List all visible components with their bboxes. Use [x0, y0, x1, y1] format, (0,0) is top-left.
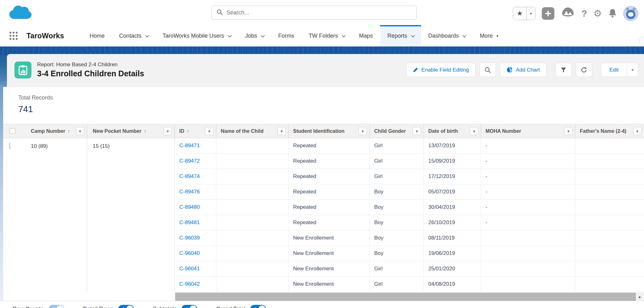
notification-bell-icon[interactable]: [608, 8, 617, 19]
column-menu-icon[interactable]: ▾: [205, 127, 214, 135]
total-records-value: 741: [18, 104, 644, 114]
table-row: C-89471 Repeated Girl 13/07/2019 -: [175, 138, 644, 154]
header-date-of-birth[interactable]: Date of birth ▾: [424, 124, 481, 138]
column-menu-icon[interactable]: ▾: [564, 127, 573, 135]
tab-jobs[interactable]: Jobs: [238, 25, 271, 46]
sort-asc-icon: ↑: [144, 128, 147, 134]
report-header: Report: Home Based 2-4 Children 3-4 Enro…: [7, 54, 644, 87]
header-camp-number[interactable]: Camp Number↑ ▾: [19, 124, 87, 138]
global-search-input[interactable]: Search...: [211, 6, 417, 20]
header-moha-number[interactable]: MOHA Number ▾: [481, 124, 575, 138]
scrollbar-thumb[interactable]: [175, 293, 636, 301]
column-menu-icon[interactable]: ▾: [277, 127, 286, 135]
record-id-link[interactable]: C-96042: [175, 277, 216, 292]
refresh-icon: [581, 67, 587, 73]
report-search-button[interactable]: [480, 63, 496, 77]
record-id-link[interactable]: C-96040: [175, 246, 216, 261]
report-breadcrumb: Report: Home Based 2-4 Children: [37, 62, 144, 68]
trailhead-icon[interactable]: [561, 7, 575, 20]
header-child-gender[interactable]: Child Gender ▾: [370, 124, 424, 138]
search-icon: [485, 67, 491, 73]
favorite-star-icon[interactable]: ★: [513, 7, 526, 20]
page-left-accent-strip: [0, 87, 3, 308]
filter-button[interactable]: [555, 63, 572, 77]
column-menu-icon[interactable]: ▾: [470, 127, 478, 135]
refresh-button[interactable]: [576, 63, 592, 77]
record-id-link[interactable]: C-89472: [175, 154, 216, 169]
tab-dashboards[interactable]: Dashboards: [421, 25, 473, 46]
tab-home[interactable]: Home: [82, 25, 112, 46]
pie-chart-icon: [507, 67, 513, 73]
tab-forms[interactable]: Forms: [271, 25, 302, 46]
nav-tabs: Home Contacts TaroWorks Mobile Users Job…: [82, 25, 506, 46]
record-id-link[interactable]: C-89481: [175, 215, 216, 230]
grand-total-toggle-item: Grand Total ✓: [216, 305, 266, 308]
detail-rows-toggle[interactable]: ✓: [118, 305, 134, 308]
total-records-label: Total Records: [18, 95, 644, 101]
table-row: C-89476 Repeated Boy 05/07/2019 -: [175, 184, 644, 200]
group-camp-number-cell: 10 (89): [19, 138, 87, 292]
funnel-icon: [561, 67, 566, 73]
page-title: 3-4 Enrolled Children Details: [37, 69, 144, 78]
select-all-checkbox[interactable]: [9, 128, 15, 134]
horizontal-scrollbar[interactable]: ▸: [175, 293, 644, 301]
record-id-link[interactable]: C-89474: [175, 169, 216, 184]
tab-reports[interactable]: Reports: [380, 25, 421, 46]
column-menu-icon[interactable]: ▾: [358, 127, 367, 135]
chevron-down-icon: [261, 33, 265, 37]
row-checkbox[interactable]: [9, 143, 10, 149]
group-pocket-number-cell: 15 (15): [87, 138, 175, 292]
table-body: 10 (89) 15 (15) C-89471 Repeated Girl 13…: [3, 138, 644, 292]
column-menu-icon[interactable]: ▾: [633, 127, 641, 135]
report-footer-bar: Row Counts ✓ Detail Rows ✓ Subtotals ✓ G…: [0, 301, 644, 308]
app-name[interactable]: TaroWorks: [26, 32, 64, 40]
help-icon[interactable]: ?: [581, 8, 587, 19]
nav-edit-pencil-cutoff[interactable]: [639, 36, 644, 46]
user-avatar[interactable]: [623, 6, 638, 21]
row-counts-label: Row Counts: [13, 306, 43, 308]
search-icon: [217, 9, 223, 17]
table-row: C-96039 New Enrollement Boy 08/11/2019: [175, 230, 644, 246]
app-launcher-icon[interactable]: [9, 32, 18, 40]
tab-contacts[interactable]: Contacts: [112, 25, 155, 46]
record-id-link[interactable]: C-89476: [175, 184, 216, 199]
tab-more[interactable]: More▾: [473, 25, 506, 46]
enable-field-editing-button[interactable]: Enable Field Editing: [406, 63, 475, 77]
add-chart-button[interactable]: Add Chart: [500, 63, 547, 77]
subtotals-toggle[interactable]: ✓: [181, 305, 197, 308]
global-actions-button[interactable]: [542, 7, 554, 20]
tab-maps[interactable]: Maps: [352, 25, 380, 46]
edit-button[interactable]: Edit: [601, 63, 627, 77]
header-name-of-child[interactable]: Name of the Child ▾: [216, 124, 289, 138]
chevron-down-icon: [341, 33, 346, 37]
tab-taroworks-mobile-users[interactable]: TaroWorks Mobile Users: [155, 25, 238, 46]
grand-total-toggle[interactable]: ✓: [250, 305, 266, 308]
record-id-link[interactable]: C-96039: [175, 230, 216, 246]
header-new-pocket-number[interactable]: New Pocket Number↑ ▾: [87, 124, 175, 138]
column-menu-icon[interactable]: ▾: [413, 127, 421, 135]
sort-asc-icon: ↑: [68, 128, 70, 134]
setup-gear-icon[interactable]: ⚙: [593, 9, 602, 18]
favorites-caret-icon[interactable]: ▾: [526, 7, 535, 20]
header-id[interactable]: ID↑ ▾: [175, 124, 216, 138]
report-icon: [14, 62, 31, 78]
edit-button-group: Edit ▾: [601, 63, 638, 77]
grand-total-label: Grand Total: [216, 306, 245, 308]
record-id-link[interactable]: C-96041: [175, 261, 216, 276]
header-fathers-name[interactable]: Father's Name (2-4) ▾: [575, 124, 644, 138]
app-navigation-bar: TaroWorks Home Contacts TaroWorks Mobile…: [0, 25, 644, 46]
scroll-right-arrow-icon[interactable]: ▸: [636, 293, 644, 301]
column-menu-icon[interactable]: ▾: [164, 127, 172, 135]
detail-rows: C-89471 Repeated Girl 13/07/2019 - C-894…: [175, 138, 644, 292]
table-row: C-96042 New Enrollement Girl 04/08/2019: [175, 277, 644, 292]
detail-rows-label: Detail Rows: [83, 306, 113, 308]
tab-tw-folders[interactable]: TW Folders: [302, 25, 352, 46]
row-counts-toggle[interactable]: ✓: [48, 305, 64, 308]
table-row: C-96041 New Enrollement Girl 25/01/2020: [175, 261, 644, 277]
edit-caret-icon[interactable]: ▾: [627, 63, 638, 77]
record-id-link[interactable]: C-89471: [175, 138, 216, 153]
column-menu-icon[interactable]: ▾: [76, 127, 84, 135]
header-student-identification[interactable]: Student Identification ▾: [289, 124, 370, 138]
record-id-link[interactable]: C-89480: [175, 200, 216, 215]
detail-rows-toggle-item: Detail Rows ✓: [83, 305, 134, 308]
